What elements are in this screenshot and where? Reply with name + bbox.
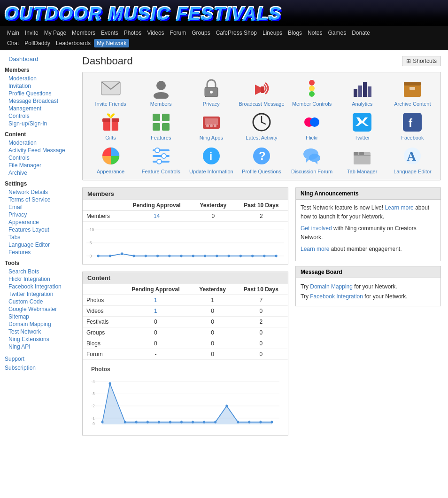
sidebar-sitemap[interactable]: Sitemap (5, 313, 70, 320)
sidebar-privacy[interactable]: Privacy (5, 211, 70, 218)
svg-marker-51 (315, 162, 317, 164)
sidebar-terms[interactable]: Terms of Service (5, 196, 70, 203)
sidebar-tabs[interactable]: Tabs (5, 233, 70, 241)
nav-forum[interactable]: Forum (168, 29, 189, 37)
sidebar-signup-signin[interactable]: Sign-up/Sign-in (5, 120, 70, 127)
appearance-icon (100, 145, 122, 167)
sidebar-management[interactable]: Management (5, 105, 70, 112)
sidebar-file-manager[interactable]: File Manager (5, 162, 70, 169)
sidebar-twitter[interactable]: Twitter Integration (5, 290, 70, 298)
sidebar-controls1[interactable]: Controls (5, 112, 70, 120)
sidebar-search-bots[interactable]: Search Bots (5, 268, 70, 275)
sidebar-section-tools: Tools (5, 260, 70, 266)
icon-features[interactable]: Features (138, 111, 184, 141)
nav-main[interactable]: Main (5, 29, 22, 37)
icon-language-editor[interactable]: A Language Editor (389, 145, 436, 175)
get-involved-link[interactable]: Get involved (301, 225, 332, 232)
announcements-panel: Ning Announcements Test Network feature … (295, 187, 441, 261)
sidebar-moderation1[interactable]: Moderation (5, 75, 70, 82)
col-pending: Pending Approval (120, 284, 191, 295)
sidebar-ning-api[interactable]: Ning API (5, 343, 70, 350)
sidebar-features-layout[interactable]: Features Layout (5, 226, 70, 233)
shortcuts-button[interactable]: ⊞ Shortcuts (402, 56, 441, 66)
sidebar-google-webmaster[interactable]: Google Webmaster (5, 305, 70, 313)
icon-twitter[interactable]: Twitter (339, 111, 386, 141)
nav-notes[interactable]: Notes (305, 29, 324, 37)
nav-leaderboards[interactable]: Leaderboards (54, 39, 93, 47)
icon-facebook[interactable]: f Facebook (389, 111, 436, 141)
learn-more-link-2[interactable]: Learn more (301, 246, 329, 252)
svg-point-28 (214, 124, 216, 127)
sidebar-appearance[interactable]: Appearance (5, 218, 70, 226)
sidebar-facebook[interactable]: Facebook Integration (5, 283, 70, 290)
icon-members[interactable]: Members (138, 77, 184, 107)
row-past10: 7 (234, 295, 288, 305)
sidebar-subscription[interactable]: Subscription (5, 364, 70, 372)
icon-latest-activity[interactable]: Latest Activity (238, 111, 285, 141)
icon-profile-questions[interactable]: ? Profile Questions (238, 145, 285, 175)
sidebar-message-broadcast[interactable]: Message Broadcast (5, 97, 70, 105)
col-yesterday: Yesterday (192, 200, 235, 211)
nav-events[interactable]: Events (99, 29, 121, 37)
sidebar-ning-extensions[interactable]: Ning Extensions (5, 335, 70, 343)
sidebar-domain-mapping[interactable]: Domain Mapping (5, 320, 70, 328)
nav-invite[interactable]: Invite (23, 29, 41, 37)
members-chart-svg: 10 5 0 (86, 226, 284, 260)
main-content: Dashboard ⊞ Shortcuts Invite Friends (75, 50, 448, 447)
icon-tab-manager[interactable]: Tab Manager (339, 145, 386, 175)
nav-donate[interactable]: Donate (349, 29, 372, 37)
svg-point-100 (214, 420, 216, 423)
sidebar-email[interactable]: Email (5, 203, 70, 211)
row-pending: 1 (120, 305, 191, 316)
nav-cafepress[interactable]: CafePress Shop (214, 29, 259, 37)
sidebar-dashboard[interactable]: Dashboard (5, 55, 70, 63)
sidebar-support[interactable]: Support (5, 355, 70, 363)
sidebar-flickr[interactable]: Flickr Integration (5, 275, 70, 283)
domain-mapping-link[interactable]: Domain Mapping (310, 283, 353, 290)
icon-ning-apps[interactable]: Ning Apps (188, 111, 234, 141)
sidebar-test-network[interactable]: Test Network (5, 328, 70, 335)
sidebar-invitation[interactable]: Invitation (5, 82, 70, 90)
nav-polldaddy[interactable]: PollDaddy (22, 39, 53, 47)
icon-invite-friends[interactable]: Invite Friends (87, 77, 134, 107)
icon-update-info[interactable]: i Update Information (188, 145, 234, 175)
facebook-integration-link[interactable]: Facebook Integration (310, 293, 363, 300)
videos-pending-link[interactable]: 1 (154, 308, 157, 314)
nav-blogs[interactable]: Blogs (286, 29, 304, 37)
sidebar-language-editor[interactable]: Language Editor (5, 241, 70, 249)
icon-discussion-forum[interactable]: Discussion Forum (289, 145, 335, 175)
nav-mypage[interactable]: My Page (42, 29, 69, 37)
sidebar-custom-code[interactable]: Custom Code (5, 298, 70, 305)
sidebar-profile-questions1[interactable]: Profile Questions (5, 90, 70, 97)
icon-appearance[interactable]: Appearance (87, 145, 134, 175)
sidebar-activity-feed[interactable]: Activity Feed Message (5, 147, 70, 154)
nav-members[interactable]: Members (70, 29, 98, 37)
nav-chat[interactable]: Chat (5, 39, 21, 47)
pending-link[interactable]: 14 (154, 213, 160, 219)
icon-privacy[interactable]: Privacy (188, 77, 234, 107)
icon-gifts[interactable]: Gifts (87, 111, 134, 141)
svg-point-33 (310, 117, 319, 127)
sidebar-network-details[interactable]: Network Details (5, 188, 70, 196)
learn-more-link-1[interactable]: Learn more (385, 204, 413, 211)
icon-flickr[interactable]: Flickr (289, 111, 335, 141)
icon-feature-controls[interactable]: Feature Controls (138, 145, 184, 175)
icon-analytics[interactable]: Analytics (339, 77, 386, 107)
nav-mynetwork[interactable]: My Network (94, 39, 129, 47)
sidebar-moderation2[interactable]: Moderation (5, 139, 70, 147)
announcement-3: Learn more about member engagement. (301, 245, 436, 254)
sidebar-archive[interactable]: Archive (5, 169, 70, 177)
main-nav: Main Invite My Page Members Events Photo… (0, 26, 448, 50)
sidebar-features[interactable]: Features (5, 249, 70, 256)
nav-lineups[interactable]: Lineups (260, 29, 285, 37)
icon-archive[interactable]: Archive Content (389, 77, 436, 107)
photos-pending-link[interactable]: 1 (154, 297, 157, 303)
nav-photos[interactable]: Photos (122, 29, 144, 37)
sidebar-controls2[interactable]: Controls (5, 154, 70, 162)
icon-member-controls[interactable]: Member Controls (289, 77, 335, 107)
nav-groups[interactable]: Groups (189, 29, 212, 37)
nav-games[interactable]: Games (325, 29, 348, 37)
icon-broadcast[interactable]: Broadcast Message (238, 77, 285, 107)
announcements-title: Ning Announcements (296, 188, 440, 200)
nav-videos[interactable]: Videos (145, 29, 166, 37)
